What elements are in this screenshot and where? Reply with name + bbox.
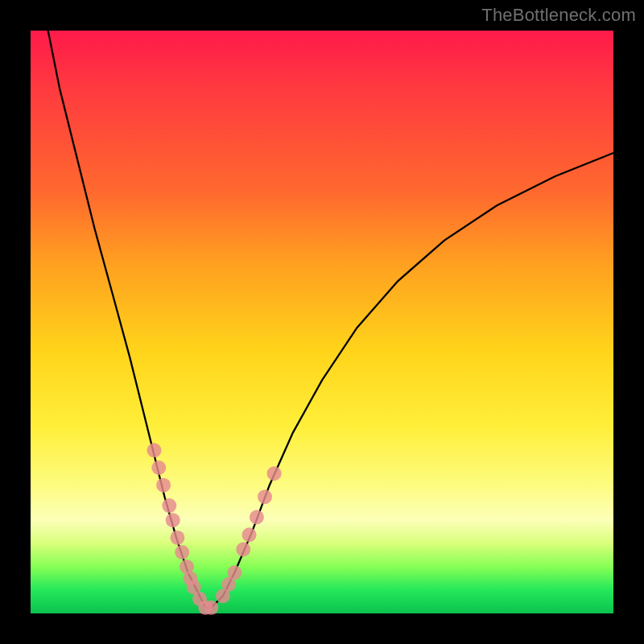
data-point [175, 545, 189, 559]
data-point [258, 489, 272, 504]
data-point [170, 530, 184, 545]
bottleneck-curve [48, 31, 613, 608]
data-point [250, 510, 264, 525]
data-point [236, 542, 250, 556]
data-point [204, 601, 218, 615]
watermark-text: TheBottleneck.com [481, 5, 636, 26]
marker-dots [147, 443, 282, 615]
chart-svg [31, 31, 613, 613]
data-point [267, 466, 282, 481]
data-point [151, 460, 166, 475]
data-point [242, 527, 257, 542]
data-point [162, 498, 176, 513]
chart-frame: TheBottleneck.com [0, 0, 644, 644]
data-point [166, 513, 180, 527]
data-point [147, 443, 162, 457]
plot-area [31, 31, 613, 613]
data-point [227, 565, 242, 580]
data-point [156, 478, 171, 493]
